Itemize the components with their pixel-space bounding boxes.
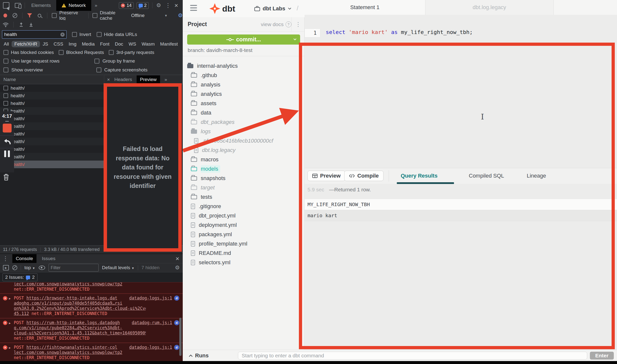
live-expression-icon[interactable] [39,265,45,270]
enter-button[interactable]: Enter [590,352,614,360]
tab-preview[interactable]: Preview [137,75,160,84]
account-switcher[interactable]: dbt Labs [254,5,291,12]
console-error-message[interactable]: lect.com/com.snowplowanalytics.snowplow/… [0,282,183,294]
type-filter-all[interactable]: All [1,41,12,47]
stop-recording-button[interactable] [3,124,12,132]
settings-gear-icon[interactable]: ⚙ [156,3,161,8]
tree-item-folder[interactable]: logs [183,127,305,136]
request-row[interactable]: health/ [0,122,104,130]
tree-item-file[interactable]: dbt.log.legacy [183,146,305,155]
invert-checkbox[interactable] [72,32,77,37]
console-settings-icon[interactable]: ⚙ [175,265,180,270]
type-filter-css[interactable]: CSS [51,41,66,47]
hamburger-menu-icon[interactable] [190,5,197,12]
show-overview-checkbox[interactable] [3,67,8,72]
view-docs-link[interactable]: view docs ? [261,21,291,27]
tree-item-folder[interactable]: analytics [183,89,305,99]
record-icon[interactable] [3,14,7,17]
console-error-message[interactable]: × ▶ POST https://browser-http-intake.log… [0,294,183,318]
commit-dropdown-chevron-icon[interactable] [293,38,297,41]
issues-count-badge[interactable]: 2 [137,2,149,9]
throttling-select[interactable]: Offline [131,13,145,18]
third-party-checkbox[interactable] [109,50,114,55]
network-conditions-icon[interactable] [2,22,9,27]
filter-funnel-icon[interactable] [27,13,32,18]
sidebar-kebab-icon[interactable]: ⋮ [291,17,305,32]
search-icon[interactable] [38,14,41,17]
close-detail-icon[interactable]: × [107,77,110,83]
restart-recording-icon[interactable] [3,136,12,148]
log-levels-select[interactable]: Default levels ▼ [102,265,134,270]
device-toolbar-icon[interactable] [15,3,21,8]
console-error-message[interactable]: × ▶ POST https://rum-http-intake.logs.da… [0,318,183,343]
tree-item-folder[interactable]: macros [183,155,305,164]
type-filter-fetch[interactable]: Fetch/XHR [12,41,40,47]
tab-elements[interactable]: Elements [31,3,51,8]
tree-item-file[interactable]: dbt_project.yml [183,211,305,220]
expand-caret-icon[interactable]: ▶ [9,345,11,350]
inspect-element-icon[interactable] [3,2,9,9]
tree-item-folder[interactable]: assets [183,99,305,108]
type-filter-doc[interactable]: Doc [112,41,126,47]
console-sidebar-icon[interactable]: ▶ [3,265,9,270]
large-rows-checkbox[interactable] [3,59,8,64]
network-filter-input[interactable] [2,30,67,39]
tree-item-folder[interactable]: dbt_packages [183,117,305,127]
disable-cache-checkbox[interactable] [92,13,97,18]
tree-item-file[interactable]: selectors.yml [183,258,305,267]
group-by-frame-checkbox[interactable] [94,59,99,64]
type-filter-manifest[interactable]: Manifest [157,41,181,47]
console-scrollbar[interactable] [179,318,181,356]
delete-recording-icon[interactable] [3,174,9,182]
capture-screenshots-checkbox[interactable] [96,67,101,72]
tree-item-folder[interactable]: analysis [183,80,305,89]
source-link[interactable]: datadog-rum.js:1 [132,320,172,325]
runs-toggle[interactable]: Runs [189,352,209,359]
preserve-log-checkbox[interactable] [52,13,57,18]
network-conditions-gear-icon[interactable]: ⚙ [178,13,183,18]
blocked-requests-checkbox[interactable] [59,50,64,55]
drawer-kebab-icon[interactable]: ⋮ [2,256,8,262]
type-filter-ws[interactable]: WS [126,41,139,47]
more-tabs-icon[interactable]: » [95,3,97,8]
tree-item-file[interactable]: README.md [183,248,305,258]
kebab-menu-icon[interactable]: ⋮ [165,2,171,8]
export-har-icon[interactable] [29,22,33,27]
tab-issues[interactable]: Issues [38,254,59,263]
tab-dbt-log-legacy[interactable]: dbt.log.legacy [425,0,554,15]
tree-item-file[interactable]: packages.yml [183,230,305,239]
tab-network[interactable]: ! Network [56,0,91,11]
tree-item-folder[interactable]: internal-analytics [183,61,305,71]
source-link[interactable]: datadog-logs.js:1 [129,345,172,350]
tab-headers[interactable]: Headers [114,77,132,82]
import-har-icon[interactable] [19,22,23,27]
tree-item-folder[interactable]: .github [183,71,305,80]
close-devtools-icon[interactable]: × [174,2,178,9]
type-filter-font[interactable]: Font [97,41,112,47]
tree-item-folder[interactable]: tests [183,192,305,202]
tree-item-folder[interactable]: snapshots [183,174,305,183]
recorder-minimize-icon[interactable] [5,121,9,122]
tree-item-folder[interactable]: data [183,108,305,117]
error-count-badge[interactable]: × 14 [119,2,133,9]
request-row[interactable]: health/ [0,153,104,161]
type-filter-img[interactable]: Img [66,41,79,47]
tree-item-file[interactable]: profile_template.yml [183,239,305,248]
source-link[interactable]: datadog-logs.js:1 [129,296,172,301]
request-row-selected[interactable]: health/ [0,161,104,168]
more-detail-tabs-icon[interactable]: » [164,77,167,82]
dbt-command-input[interactable] [238,352,587,360]
throttling-chevron-icon[interactable]: ▼ [164,14,167,17]
request-row[interactable]: health/ [0,130,104,138]
request-row[interactable]: health/ [0,107,104,115]
tree-item-folder[interactable]: target [183,183,305,192]
clear-filter-icon[interactable]: × [60,33,65,37]
tree-item-file[interactable]: .gitignore [183,202,305,211]
expand-caret-icon[interactable]: ▶ [9,321,11,326]
tab-console[interactable]: Console [12,254,36,263]
console-error-message[interactable]: × ▶ POST https://fishtownanalytics.sinte… [0,343,183,362]
request-row[interactable]: health/ [0,84,104,92]
issues-chip[interactable]: 2 Issues: 2 [2,273,37,281]
clear-console-icon[interactable] [12,265,17,270]
requests-name-header[interactable]: Name [0,75,104,84]
